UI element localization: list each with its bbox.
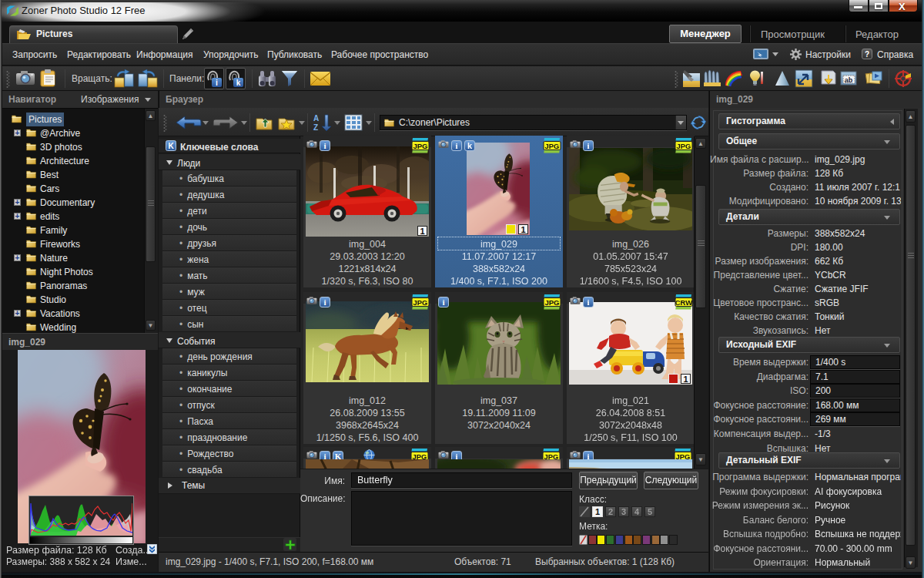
svg-text:Z: Z xyxy=(313,123,318,132)
svg-text:JPG: JPG xyxy=(413,142,427,150)
svg-text:i: i xyxy=(216,79,218,87)
svg-text:JPG: JPG xyxy=(676,142,691,150)
svg-text:JPG: JPG xyxy=(413,298,427,307)
svg-text:K: K xyxy=(168,142,174,150)
svg-text:JPG: JPG xyxy=(544,298,559,307)
svg-text:ab: ab xyxy=(845,76,853,84)
svg-text:CRW: CRW xyxy=(675,298,693,307)
svg-text:JPG: JPG xyxy=(544,142,559,150)
svg-text:A: A xyxy=(313,114,319,123)
svg-text:k: k xyxy=(236,79,241,87)
